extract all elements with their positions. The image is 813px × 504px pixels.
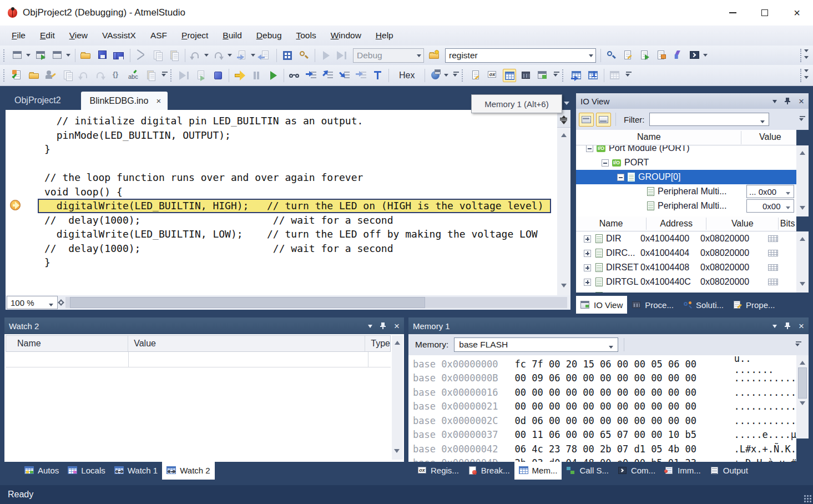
save-icon[interactable] (96, 49, 109, 62)
tab-objproject2[interactable]: ObjProject2 (4, 90, 71, 110)
close-panel-icon[interactable]: × (799, 321, 804, 331)
io-layout-toggle-2[interactable] (596, 113, 611, 127)
code-line[interactable]: } (38, 255, 551, 270)
start-debugging-icon[interactable] (319, 49, 332, 62)
expand-icon[interactable] (584, 250, 591, 257)
memory-scrollbar[interactable] (796, 355, 809, 439)
code-line[interactable]: // initialize digital pin LED_BUILTIN as… (38, 114, 551, 128)
pin-icon[interactable] (785, 97, 791, 105)
menu-file[interactable]: File (4, 28, 33, 43)
toolbar-overflow-2[interactable] (161, 72, 166, 79)
tab-processes[interactable]: Proce... (627, 296, 678, 314)
menu-project[interactable]: Project (174, 28, 215, 43)
step-into-icon[interactable] (338, 69, 351, 82)
undo-dropdown-icon[interactable] (204, 54, 209, 59)
memory-row[interactable]: base 0x00000000fc 7f 00 20 15 06 00 00 0… (408, 357, 796, 371)
open-flash-icon[interactable] (428, 49, 441, 62)
registers-window-icon[interactable]: ox (486, 69, 499, 82)
expand-icon[interactable] (584, 235, 591, 243)
object-browser-icon[interactable] (281, 49, 294, 62)
close-button[interactable]: × (781, 0, 813, 26)
editor-zoom-select[interactable]: 100 % (7, 296, 58, 309)
collapse-icon[interactable] (617, 174, 624, 181)
menu-tools[interactable]: Tools (289, 28, 324, 43)
paste-icon[interactable] (168, 49, 181, 62)
tab-breakpoints[interactable]: Break... (463, 462, 514, 480)
register-row-dirtgl[interactable]: DIRTGL 0x4100440C 0x08020000 (576, 275, 796, 289)
watch-empty-row[interactable] (6, 352, 391, 367)
code-line[interactable] (38, 157, 551, 171)
pin-icon[interactable] (380, 322, 386, 330)
io-view-window-icon[interactable] (536, 69, 549, 82)
align-statement-icon[interactable] (371, 69, 385, 82)
filter-combo[interactable] (649, 113, 769, 126)
tab-output[interactable]: Output (705, 462, 753, 480)
scroll-up-icon[interactable] (800, 234, 805, 241)
close-panel-icon[interactable]: × (799, 97, 804, 106)
task-check-icon[interactable] (11, 69, 24, 82)
tab-watch1[interactable]: Watch 1 (110, 462, 162, 480)
undo-outline-icon[interactable] (78, 69, 91, 82)
editor-horizontal-scrollbar[interactable] (58, 295, 570, 310)
open-file-icon[interactable] (79, 49, 93, 62)
scroll-down-icon[interactable] (800, 282, 805, 289)
collapse-icon[interactable] (602, 159, 609, 167)
register-row-dir[interactable]: DIR 0x41004400 0x08020000 (576, 231, 796, 246)
continue-icon[interactable] (266, 69, 280, 82)
collapse-icon[interactable] (586, 145, 593, 152)
restart-icon[interactable] (195, 69, 208, 82)
memory-monitor-icon[interactable] (429, 69, 442, 82)
memory-toolbar-overflow[interactable] (795, 341, 800, 349)
spell-check-icon[interactable]: abc (128, 69, 141, 82)
code-braces-icon[interactable]: {} (111, 69, 124, 82)
tree-row-pmux-even[interactable]: Peripheral Multi... ... 0x00 (576, 184, 796, 199)
pmux-value-combo[interactable]: ... 0x00 (746, 185, 794, 198)
tab-call-stack[interactable]: Call S... (562, 462, 613, 480)
maximize-button[interactable] (749, 0, 781, 26)
tree-row-group0-selected[interactable]: GROUP[0] (576, 170, 796, 184)
undo-icon[interactable] (189, 49, 203, 62)
new-project-icon[interactable] (11, 49, 24, 62)
watch-window-icon[interactable] (469, 69, 483, 82)
io-layout-toggle-1[interactable] (579, 113, 594, 127)
watch-scrollbar[interactable] (392, 335, 403, 460)
hex-toggle-button[interactable]: Hex (393, 69, 420, 82)
cut-icon[interactable] (134, 49, 148, 62)
window-position-icon[interactable] (772, 325, 777, 330)
disassembly-icon[interactable] (608, 69, 622, 82)
register-row-out[interactable]: OUT 0x41004410 0x08020000 (576, 289, 796, 293)
add-watch-icon[interactable] (570, 69, 583, 82)
quick-watch-icon[interactable] (288, 69, 301, 82)
toolbar-overflow[interactable] (800, 49, 812, 62)
resize-grip[interactable] (804, 495, 811, 502)
bits-grid-icon[interactable] (768, 264, 778, 271)
memory-row[interactable]: base 0x0000003700 11 06 00 00 65 07 00 0… (408, 428, 796, 442)
tab-immediate[interactable]: Imm... (660, 462, 705, 480)
search-combo[interactable]: register (445, 48, 596, 63)
code-line[interactable]: // the loop function runs over and over … (38, 170, 551, 185)
minimize-button[interactable] (716, 0, 749, 26)
scroll-up-icon[interactable] (561, 130, 567, 137)
io-toolbar-overflow[interactable] (799, 116, 804, 123)
edit-macro-icon[interactable] (622, 49, 635, 62)
window-position-icon[interactable] (368, 325, 372, 330)
copy-icon[interactable] (151, 49, 164, 62)
menu-edit[interactable]: Edit (33, 28, 62, 43)
bits-grid-icon[interactable] (768, 279, 778, 285)
pin-icon[interactable] (785, 322, 791, 330)
tab-locals[interactable]: Locals (63, 462, 109, 480)
break-all-icon[interactable] (250, 69, 263, 82)
code-line[interactable]: } (38, 142, 551, 157)
redo-outline-icon[interactable] (94, 69, 108, 82)
import-icon[interactable] (655, 49, 668, 62)
register-row-dirclr[interactable]: DIRC... 0x41004404 0x08020000 (576, 246, 796, 260)
toolbar-overflow-end[interactable] (800, 69, 812, 82)
pin-watch-icon[interactable] (587, 69, 600, 82)
solution-config-combo[interactable]: Debug (353, 48, 424, 63)
expand-icon[interactable] (584, 264, 591, 271)
menu-vassistx[interactable]: VAssistX (95, 28, 143, 43)
scroll-down-icon[interactable] (800, 401, 805, 408)
navigate-backward-icon[interactable] (236, 49, 249, 62)
tab-solution-explorer[interactable]: Soluti... (678, 296, 728, 314)
scroll-up-icon[interactable] (800, 148, 805, 155)
